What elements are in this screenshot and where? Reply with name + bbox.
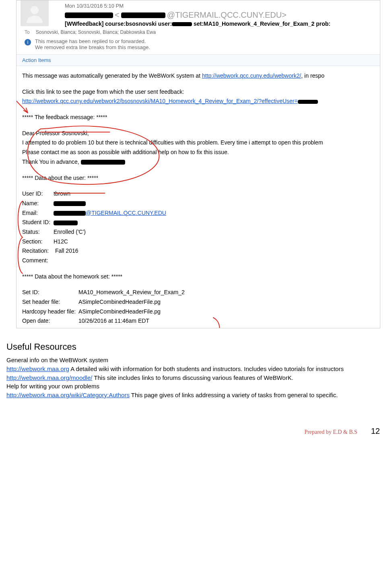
- prepared-by: Prepared by E.D & B.S: [304, 429, 357, 435]
- redacted-name: [65, 12, 113, 18]
- email-info-banner: i This message has been replied to or fo…: [25, 38, 376, 50]
- section-header-feedback: ***** The feedback message: *****: [22, 113, 374, 122]
- redacted-email-user: [121, 12, 165, 18]
- redacted-user: [172, 22, 192, 26]
- email-to: To Sosnovski, Bianca; Sosnovski, Bianca;…: [25, 29, 376, 35]
- link-webwork-root[interactable]: http://webwork.qcc.cuny.edu/webwork2/: [202, 72, 301, 79]
- page-footer: Prepared by E.D & B.S 12: [0, 400, 392, 448]
- email-header: Mon 10/31/2016 5:10 PM < @TIGERMAIL.QCC.…: [17, 0, 380, 50]
- resources-title: Useful Resources: [6, 340, 386, 353]
- page-number: 12: [371, 427, 380, 435]
- action-items-bar[interactable]: Action Items: [17, 54, 380, 66]
- email-body: This message was automatically generated…: [17, 66, 380, 328]
- avatar: [21, 0, 49, 26]
- link-webwork-moodle[interactable]: http://webwork.maa.org/moodle/: [6, 374, 92, 381]
- email-subject: [WWfeedback] course:bsosnovski user: set…: [65, 21, 376, 27]
- section-header-set: ***** Data about the homework set: *****: [22, 272, 374, 281]
- email-from-domain: @TIGERMAIL.QCC.CUNY.EDU>: [167, 10, 287, 20]
- redacted-email2: [54, 211, 86, 216]
- section-header-user: ***** Data about the user: *****: [22, 174, 374, 183]
- person-icon: [25, 4, 44, 23]
- info-icon: i: [25, 39, 31, 45]
- svg-point-0: [31, 6, 39, 14]
- resources-section: Useful Resources General info on the WeB…: [0, 340, 392, 400]
- email-date: Mon 10/31/2016 5:10 PM: [65, 3, 376, 9]
- redacted-user-param: [298, 100, 318, 104]
- email-message-pane: Mon 10/31/2016 5:10 PM < @TIGERMAIL.QCC.…: [16, 0, 380, 328]
- redacted-sid: [54, 221, 78, 225]
- link-feedback-page[interactable]: http://webwork.qcc.cuny.edu/webwork2/bso…: [22, 98, 298, 104]
- link-webwork-authors[interactable]: http://webwork.maa.org/wiki/Category:Aut…: [6, 392, 130, 398]
- redacted-signature: [81, 160, 125, 165]
- redacted-name2: [54, 201, 86, 206]
- email-from: < @TIGERMAIL.QCC.CUNY.EDU>: [65, 10, 376, 20]
- link-student-email[interactable]: @TIGERMAIL.QCC.CUNY.EDU: [86, 210, 166, 216]
- link-webwork-maa[interactable]: http://webwork.maa.org: [6, 365, 69, 372]
